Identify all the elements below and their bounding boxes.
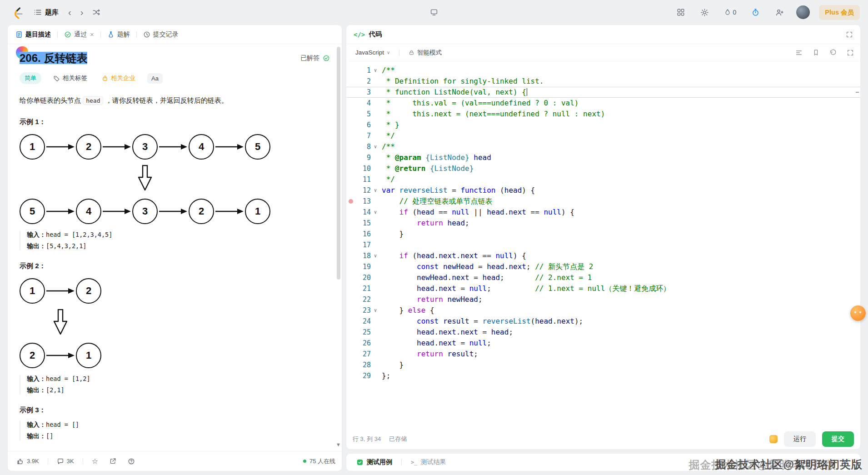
code-line[interactable]: 29};: [346, 370, 860, 381]
code-line[interactable]: 14∨ if (head == null || head.next == nul…: [346, 207, 860, 218]
gutter-margin[interactable]: [346, 87, 355, 98]
smart-mode-toggle[interactable]: 智能模式: [406, 48, 444, 57]
favorite-button[interactable]: ☆: [89, 456, 101, 466]
problem-list-button[interactable]: 题库: [30, 5, 62, 20]
floating-mascot[interactable]: [850, 305, 866, 321]
code-line[interactable]: 4 * this.val = (val===undefined ? 0 : va…: [346, 98, 860, 109]
gutter-margin[interactable]: [346, 349, 355, 360]
gutter-margin[interactable]: [346, 338, 355, 349]
fold-chevron-icon[interactable]: ∨: [371, 185, 380, 196]
tab-test-result[interactable]: >_ 测试结果: [408, 458, 449, 467]
close-icon[interactable]: ×: [90, 31, 94, 38]
gutter-margin[interactable]: [346, 174, 355, 185]
submit-button[interactable]: 提交: [822, 431, 854, 447]
gutter-margin[interactable]: [346, 360, 355, 370]
code-line[interactable]: 26 head.next = null;: [346, 338, 860, 349]
gutter-margin[interactable]: [346, 218, 355, 229]
code-line[interactable]: 17: [346, 240, 860, 250]
code-line[interactable]: 28 }: [346, 360, 860, 370]
scroll-down-arrow[interactable]: ▼: [336, 442, 341, 447]
code-line[interactable]: 6 * }: [346, 120, 860, 130]
tab-passed[interactable]: 通过 ×: [62, 28, 96, 41]
comment-button[interactable]: 3K: [54, 457, 77, 465]
workspace-button[interactable]: [426, 6, 442, 19]
code-line[interactable]: 5 * this.next = (next===undefined ? null…: [346, 109, 860, 120]
code-line[interactable]: 10 * @return {ListNode}: [346, 163, 860, 174]
fold-chevron-icon[interactable]: ∨: [371, 207, 380, 218]
code-line[interactable]: 15 return head;: [346, 218, 860, 229]
nav-forward-button[interactable]: ›: [77, 5, 87, 19]
code-line[interactable]: 24 const result = reverseList(head.next)…: [346, 316, 860, 327]
gutter-margin[interactable]: [346, 120, 355, 130]
gutter-margin[interactable]: [346, 370, 355, 381]
code-line[interactable]: 9 * @param {ListNode} head: [346, 152, 860, 163]
timer-button[interactable]: [748, 6, 763, 19]
gutter-margin[interactable]: [346, 98, 355, 109]
code-line[interactable]: 22 return newHead;: [346, 294, 860, 305]
bookmark-button[interactable]: [813, 49, 819, 56]
fold-chevron-icon[interactable]: ∨: [371, 141, 380, 152]
gutter-margin[interactable]: [346, 185, 355, 196]
plus-membership-button[interactable]: Plus 会员: [819, 5, 860, 20]
code-line[interactable]: 8∨/**: [346, 141, 860, 152]
gutter-margin[interactable]: [346, 240, 355, 250]
gutter-margin[interactable]: [346, 283, 355, 294]
code-line[interactable]: 7 */: [346, 130, 860, 141]
code-line[interactable]: 23∨ } else {: [346, 305, 860, 316]
breakpoint-dot[interactable]: [346, 196, 355, 207]
gutter-margin[interactable]: [346, 163, 355, 174]
code-line[interactable]: 13 // 处理空链表或单节点链表: [346, 196, 860, 207]
font-size-toggle[interactable]: Aa: [147, 73, 163, 84]
code-line[interactable]: 18∨ if (head.next.next == null) {: [346, 250, 860, 261]
like-button[interactable]: 3.9K: [14, 457, 42, 465]
gutter-margin[interactable]: [346, 130, 355, 141]
tab-testcase[interactable]: 测试用例: [354, 458, 395, 467]
run-button[interactable]: 运行: [784, 431, 816, 447]
shuffle-button[interactable]: [89, 6, 104, 19]
code-line[interactable]: 27 return result;: [346, 349, 860, 360]
gutter-margin[interactable]: [346, 109, 355, 120]
settings-button[interactable]: [697, 6, 712, 19]
gutter-margin[interactable]: [346, 294, 355, 305]
scrollbar-thumb[interactable]: [337, 47, 340, 280]
leetcode-logo[interactable]: [8, 4, 27, 21]
tab-submissions[interactable]: 提交记录: [141, 28, 181, 41]
help-button[interactable]: [125, 457, 138, 465]
fold-chevron-icon[interactable]: ∨: [371, 305, 380, 316]
quick-action-icon[interactable]: [769, 435, 778, 443]
gutter-margin[interactable]: [346, 207, 355, 218]
editor-expand-button[interactable]: [846, 31, 853, 38]
gutter-margin[interactable]: [346, 261, 355, 272]
streak-button[interactable]: 0: [721, 8, 739, 17]
fold-chevron-icon[interactable]: ∨: [371, 250, 380, 261]
code-line[interactable]: 2 * Definition for singly-linked list.: [346, 76, 860, 87]
gutter-margin[interactable]: [346, 65, 355, 76]
difficulty-badge[interactable]: 简单: [20, 72, 41, 84]
format-code-button[interactable]: [795, 49, 803, 56]
gutter-margin[interactable]: [346, 152, 355, 163]
code-area[interactable]: 1∨/**2 * Definition for singly-linked li…: [346, 61, 860, 429]
tab-solutions[interactable]: 题解: [105, 28, 132, 41]
avatar[interactable]: [796, 5, 810, 19]
invite-user-button[interactable]: [772, 6, 787, 19]
related-companies-button[interactable]: 相关企业: [99, 74, 138, 83]
code-line[interactable]: 3 * function ListNode(val, next) {: [346, 87, 860, 98]
reset-code-button[interactable]: [829, 49, 837, 56]
gutter-margin[interactable]: [346, 250, 355, 261]
language-selector[interactable]: JavaScript ∨: [353, 49, 393, 56]
nav-back-button[interactable]: ‹: [65, 5, 75, 19]
tab-description[interactable]: 题目描述: [13, 28, 53, 41]
code-line[interactable]: 1∨/**: [346, 65, 860, 76]
editor-fullscreen-button[interactable]: [847, 49, 854, 56]
gutter-margin[interactable]: [346, 229, 355, 240]
fold-chevron-icon[interactable]: ∨: [371, 65, 380, 76]
gutter-margin[interactable]: [346, 76, 355, 87]
related-tags-button[interactable]: 相关标签: [50, 74, 90, 83]
code-line[interactable]: 12∨var reverseList = function (head) {: [346, 185, 860, 196]
gutter-margin[interactable]: [346, 327, 355, 338]
code-line[interactable]: 21 head.next = null; // 1.next = null（关键…: [346, 283, 860, 294]
code-line[interactable]: 20 newHead.next = head; // 2.next = 1: [346, 272, 860, 283]
code-line[interactable]: 25 head.next.next = head;: [346, 327, 860, 338]
code-line[interactable]: 19 const newHead = head.next; // 新头节点是 2: [346, 261, 860, 272]
gutter-margin[interactable]: [346, 316, 355, 327]
